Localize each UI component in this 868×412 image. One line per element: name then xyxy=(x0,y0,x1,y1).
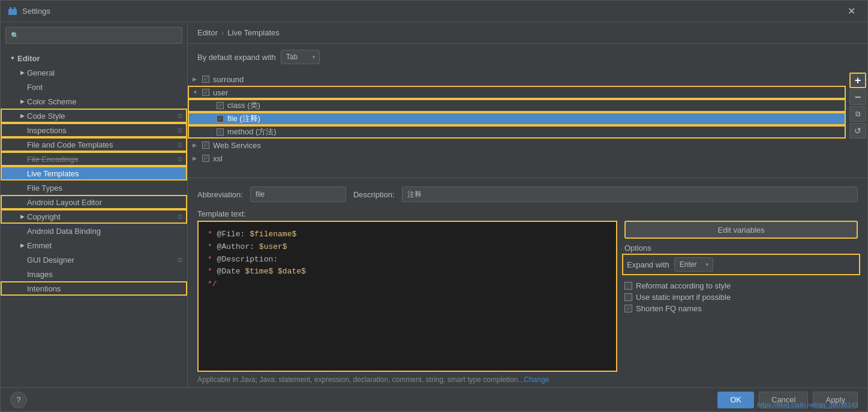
expand-with-options-select[interactable]: Enter Tab Space xyxy=(674,257,713,272)
tmpl-item-web-services[interactable]: ▶ Web Services xyxy=(188,139,846,152)
checkbox-class[interactable] xyxy=(215,101,225,110)
close-button[interactable]: ✕ xyxy=(843,3,860,19)
sidebar-item-editor[interactable]: ▼ Editor xyxy=(1,51,187,65)
copy-icon: ⧉ xyxy=(178,141,182,149)
reformat-checkbox-row: Reformat according to style xyxy=(624,281,858,290)
breadcrumb-current: Live Templates xyxy=(227,28,279,37)
bottom-bar: ? OK Cancel Apply xyxy=(1,387,867,411)
cancel-button[interactable]: Cancel xyxy=(759,392,808,408)
sidebar-item-label: Android Layout Editor xyxy=(27,198,102,207)
expand-with-wrapper: Tab Enter Space xyxy=(281,50,320,64)
check-icon xyxy=(202,89,209,96)
shorten-fq-checkbox[interactable] xyxy=(624,305,632,312)
reformat-checkbox[interactable] xyxy=(624,282,632,290)
sidebar-item-emmet[interactable]: ▶ Emmet xyxy=(1,238,187,252)
svg-rect-0 xyxy=(8,9,17,15)
copy-icon: ⧉ xyxy=(178,112,182,120)
static-import-label: Use static import if possible xyxy=(636,293,731,302)
check-icon xyxy=(202,76,209,83)
sidebar-item-color-scheme[interactable]: ▶ Color Scheme xyxy=(1,94,187,109)
check-icon xyxy=(217,102,224,109)
sidebar-item-copyright[interactable]: ▶ Copyright ⧉ xyxy=(1,209,187,224)
change-link[interactable]: Change xyxy=(524,375,549,384)
arrow-icon: ▶ xyxy=(17,70,27,76)
sidebar-item-label: Color Scheme xyxy=(27,97,76,106)
sidebar-item-android-layout-editor[interactable]: Android Layout Editor xyxy=(1,195,187,209)
expand-with-options-label: Expand with xyxy=(627,260,669,269)
tmpl-item-label: method (方法) xyxy=(227,127,277,137)
reformat-label: Reformat according to style xyxy=(636,281,731,290)
arrow-icon: ▶ xyxy=(17,242,27,248)
checkbox-web-services[interactable] xyxy=(201,140,211,150)
copy-template-button[interactable]: ⧉ xyxy=(849,106,866,122)
sidebar-item-file-types[interactable]: File Types xyxy=(1,181,187,195)
search-box[interactable]: 🔍 xyxy=(5,27,182,44)
static-import-checkbox-row: Use static import if possible xyxy=(624,293,858,302)
sidebar-item-label: File and Code Templates xyxy=(27,140,113,149)
revert-template-button[interactable]: ↺ xyxy=(849,123,866,139)
help-label: ? xyxy=(16,395,20,404)
tmpl-item-class[interactable]: class (类) xyxy=(188,99,846,112)
abbrev-desc-row: Abbreviation: Description: xyxy=(188,182,867,207)
template-code-editor[interactable]: * @File: $filename$ * @Author: $user$ * … xyxy=(197,221,617,372)
checkbox-surround[interactable] xyxy=(201,74,211,84)
details-area: Abbreviation: Description: Template text… xyxy=(188,182,867,387)
abbreviation-label: Abbreviation: xyxy=(197,190,243,199)
sidebar-item-images[interactable]: Images xyxy=(1,267,187,281)
expand-with-options-row: Expand with Enter Tab Space xyxy=(624,256,858,273)
sidebar-item-inspections[interactable]: Inspections ⧉ xyxy=(1,123,187,137)
add-template-button[interactable]: + xyxy=(849,73,866,88)
ok-button[interactable]: OK xyxy=(717,392,754,408)
apply-button[interactable]: Apply xyxy=(813,392,858,408)
sidebar-item-intentions[interactable]: Intentions xyxy=(1,281,187,296)
sidebar-item-live-templates[interactable]: Live Templates xyxy=(1,166,187,181)
expand-with-select[interactable]: Tab Enter Space xyxy=(281,50,320,64)
check-icon xyxy=(202,155,209,162)
options-label: Options xyxy=(624,243,858,252)
arrow-icon: ▶ xyxy=(193,155,201,161)
sidebar-item-label: GUI Designer xyxy=(27,255,74,264)
arrow-icon: ▼ xyxy=(193,89,201,95)
tmpl-item-label: Web Services xyxy=(213,141,261,150)
copy-icon: ⧉ xyxy=(178,213,182,221)
tmpl-item-surround[interactable]: ▶ surround xyxy=(188,73,846,86)
static-import-checkbox[interactable] xyxy=(624,293,632,301)
sidebar-item-label: Live Templates xyxy=(27,169,79,178)
main-content: 🔍 ▼ Editor ▶ General Font xyxy=(1,22,867,387)
check-icon xyxy=(217,128,224,136)
sidebar-item-file-code-templates[interactable]: File and Code Templates ⧉ xyxy=(1,137,187,152)
tmpl-item-file[interactable]: file (注释) xyxy=(188,112,846,125)
description-label: Description: xyxy=(353,190,395,199)
expand-with-options-wrapper: Enter Tab Space xyxy=(674,257,713,272)
sidebar-item-general[interactable]: ▶ General xyxy=(1,65,187,80)
sidebar-item-code-style[interactable]: ▶ Code Style ⧉ xyxy=(1,109,187,123)
expand-with-row: By default expand with Tab Enter Space xyxy=(188,44,867,70)
svg-rect-2 xyxy=(14,7,16,9)
abbreviation-input[interactable] xyxy=(250,187,346,202)
checkbox-user[interactable] xyxy=(201,88,211,97)
applicable-description: Applicable in Java; Java: statement, exp… xyxy=(197,375,524,384)
sidebar-item-android-data-binding[interactable]: Android Data Binding xyxy=(1,224,187,238)
breadcrumb-parent: Editor xyxy=(197,28,218,37)
help-button[interactable]: ? xyxy=(10,392,27,408)
breadcrumb-separator: › xyxy=(221,28,224,37)
sidebar-item-font[interactable]: Font xyxy=(1,80,187,94)
tmpl-item-xsl[interactable]: ▶ xsl xyxy=(188,152,846,165)
app-icon xyxy=(8,7,17,16)
tmpl-item-method[interactable]: method (方法) xyxy=(188,125,846,139)
sidebar-item-gui-designer[interactable]: GUI Designer ⧉ xyxy=(1,252,187,267)
arrow-icon: ▶ xyxy=(17,213,27,219)
checkbox-file[interactable] xyxy=(215,114,225,124)
template-text-label: Template text: xyxy=(188,207,867,221)
remove-template-button[interactable]: − xyxy=(849,89,866,105)
search-input[interactable] xyxy=(22,31,177,40)
checkbox-method[interactable] xyxy=(215,127,225,137)
shorten-fq-checkbox-row: Shorten FQ names xyxy=(624,304,858,313)
checkbox-xsl[interactable] xyxy=(201,154,211,163)
edit-variables-button[interactable]: Edit variables xyxy=(624,221,858,239)
description-input[interactable] xyxy=(402,187,858,202)
tmpl-item-user[interactable]: ▼ user xyxy=(188,86,846,99)
tmpl-item-label: class (类) xyxy=(227,100,260,111)
sidebar-item-file-encodings[interactable]: File Encodings ⧉ xyxy=(1,152,187,166)
sidebar-item-label: Images xyxy=(27,270,53,279)
